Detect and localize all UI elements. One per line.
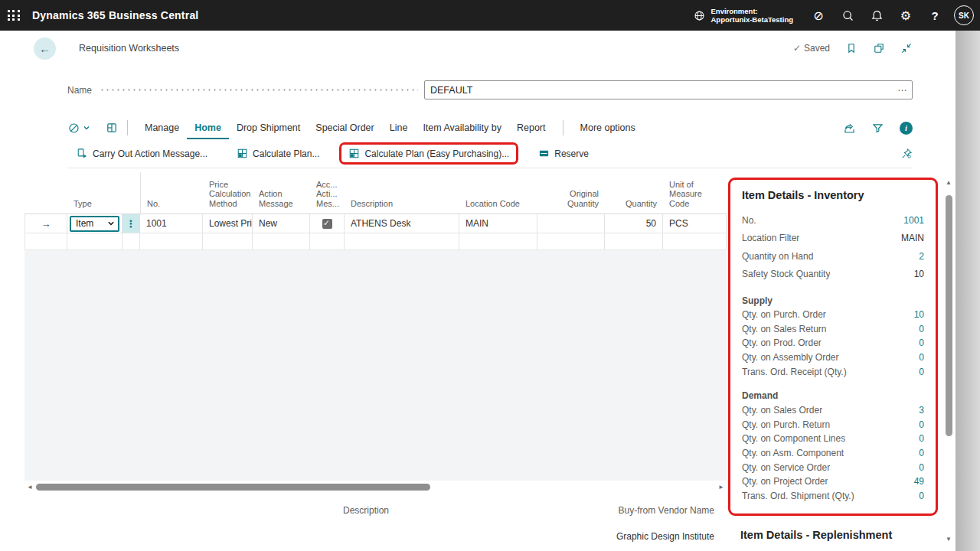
column-header-quantity[interactable]: Quantity [605, 199, 663, 214]
original-quantity-cell[interactable] [537, 214, 605, 233]
name-field-row: Name … [67, 80, 913, 100]
column-header-price-calculation-method[interactable]: Price Calculation Method [203, 180, 253, 214]
field-value-link[interactable]: 0 [919, 448, 924, 458]
column-header-accept-action-message[interactable]: Acc... Acti... Mes... [310, 180, 345, 214]
reserve-icon [538, 148, 550, 159]
dynamics365-icon[interactable]: ⊘ [804, 0, 833, 31]
menu-item-report[interactable]: Report [509, 116, 554, 139]
v-scroll-track[interactable] [942, 187, 955, 535]
field-value-link[interactable]: 10 [914, 309, 924, 320]
calculate-plan-easy-purchasing-button[interactable]: Calculate Plan (Easy Purchasing)... [339, 142, 518, 165]
calculate-plan-icon [237, 148, 248, 159]
back-button[interactable]: ← [34, 37, 56, 60]
carry-out-action-message-button[interactable]: Carry Out Action Message... [67, 142, 217, 165]
scroll-down-icon[interactable]: ▼ [946, 535, 952, 544]
requisition-lines-table: Type No. Price Calculation Method Action… [24, 172, 727, 250]
menu-item-manage[interactable]: Manage [137, 116, 187, 139]
info-icon[interactable]: i [900, 122, 913, 135]
h-scroll-thumb[interactable] [36, 484, 430, 491]
accept-action-message-cell[interactable] [310, 214, 345, 233]
field-value-link[interactable]: 0 [919, 491, 924, 501]
field-value-link[interactable]: 0 [919, 419, 924, 430]
dots-vertical-icon: ⋮ [126, 218, 136, 230]
quantity-cell[interactable]: 50 [605, 214, 663, 233]
search-icon[interactable] [833, 0, 862, 31]
price-calculation-method-cell[interactable]: Lowest Price [203, 214, 253, 233]
lookup-ellipsis-button[interactable]: … [897, 82, 907, 93]
empty-table-row[interactable] [24, 233, 727, 250]
column-header-action-message[interactable]: Action Message [253, 189, 310, 214]
field-value-link[interactable]: 2 [919, 251, 924, 262]
table-row[interactable]: → Item ⋮ 1001 Lowest Price New ATHENS De… [24, 214, 727, 233]
settings-icon[interactable]: ⚙ [891, 0, 920, 31]
scroll-left-icon[interactable]: ◄ [24, 484, 35, 491]
share-icon[interactable] [843, 122, 856, 135]
field-label: Qty. on Purch. Return [742, 419, 830, 430]
vertical-scrollbar[interactable]: ▲ ▼ [942, 178, 955, 544]
factbox-title[interactable]: Item Details - Inventory [742, 189, 924, 201]
user-avatar[interactable]: SK [954, 5, 974, 25]
horizontal-scrollbar[interactable]: ◄ ► [24, 481, 727, 493]
dynamics365-menu-icon[interactable] [67, 122, 90, 135]
field-value-link[interactable]: 0 [919, 352, 924, 363]
waffle-icon [8, 10, 21, 21]
pin-icon[interactable] [900, 148, 913, 160]
unit-of-measure-code-cell[interactable]: PCS [663, 214, 727, 233]
item-details-inventory-factbox: Item Details - Inventory No. 1001 Locati… [728, 178, 938, 516]
command-bar: Manage Home Drop Shipment Special Order … [67, 115, 913, 168]
field-value-link[interactable]: 3 [919, 405, 924, 416]
column-header-unit-of-measure-code[interactable]: Unit of Measure Code [663, 180, 727, 214]
accept-action-checkbox[interactable] [322, 219, 332, 229]
field-value-link[interactable]: 0 [919, 337, 924, 348]
field-value-link[interactable]: 0 [919, 367, 924, 377]
more-options-button[interactable]: More options [573, 116, 643, 139]
filter-icon[interactable] [871, 122, 884, 135]
field-value-link[interactable]: 0 [919, 433, 924, 444]
menu-item-special-order[interactable]: Special Order [308, 116, 381, 139]
calculate-plan-button[interactable]: Calculate Plan... [227, 142, 328, 165]
type-select[interactable]: Item [70, 216, 119, 232]
reserve-button[interactable]: Reserve [529, 142, 598, 165]
menu-item-line[interactable]: Line [382, 116, 416, 139]
no-cell[interactable]: 1001 [140, 214, 203, 233]
table-header-row: Type No. Price Calculation Method Action… [24, 172, 727, 214]
name-input[interactable] [424, 80, 913, 99]
collapse-icon[interactable] [900, 42, 913, 54]
v-scroll-thumb[interactable] [946, 195, 952, 436]
menu-item-item-availability-by[interactable]: Item Availability by [415, 116, 509, 139]
action-message-cell[interactable]: New [253, 214, 310, 233]
menu-item-home[interactable]: Home [187, 116, 229, 139]
field-value-link[interactable]: 0 [919, 324, 924, 334]
row-options-button[interactable]: ⋮ [122, 214, 140, 233]
field-value-link[interactable]: 1001 [903, 215, 924, 226]
item-details-replenishment-header[interactable]: Item Details - Replenishment [740, 529, 892, 541]
app-title: Dynamics 365 Business Central [32, 9, 198, 21]
app-launcher-icon[interactable] [0, 0, 28, 31]
bookmark-icon[interactable] [845, 42, 858, 54]
row-marker-icon: → [24, 214, 67, 233]
environment-info[interactable]: Environment: Apportunix-BetaTesting [693, 7, 794, 24]
field-label: No. [742, 215, 756, 226]
scroll-up-icon[interactable]: ▲ [946, 178, 952, 187]
factbox-field: Trans. Ord. Shipment (Qty.) 0 [742, 489, 924, 504]
open-in-new-window-icon[interactable] [873, 42, 885, 54]
menu-item-drop-shipment[interactable]: Drop Shipment [229, 116, 308, 139]
column-header-type[interactable]: Type [67, 199, 140, 214]
divider [127, 120, 128, 135]
help-icon[interactable]: ? [920, 0, 949, 31]
environment-label: Environment: [711, 7, 794, 15]
location-code-cell[interactable]: MAIN [459, 214, 537, 233]
board-icon[interactable] [106, 122, 118, 134]
field-value-link[interactable]: 0 [919, 462, 924, 473]
column-header-description[interactable]: Description [345, 199, 459, 214]
scroll-right-icon[interactable]: ► [716, 484, 727, 491]
column-header-original-quantity[interactable]: Original Quantity [537, 189, 605, 214]
notifications-icon[interactable] [862, 0, 891, 31]
h-scroll-track[interactable] [35, 481, 716, 493]
field-label: Trans. Ord. Receipt (Qty.) [742, 367, 847, 377]
type-cell: Item [67, 214, 122, 233]
column-header-location-code[interactable]: Location Code [459, 199, 537, 214]
field-value-link[interactable]: 49 [914, 476, 924, 487]
description-cell[interactable]: ATHENS Desk [345, 214, 459, 233]
column-header-no[interactable]: No. [140, 172, 203, 214]
